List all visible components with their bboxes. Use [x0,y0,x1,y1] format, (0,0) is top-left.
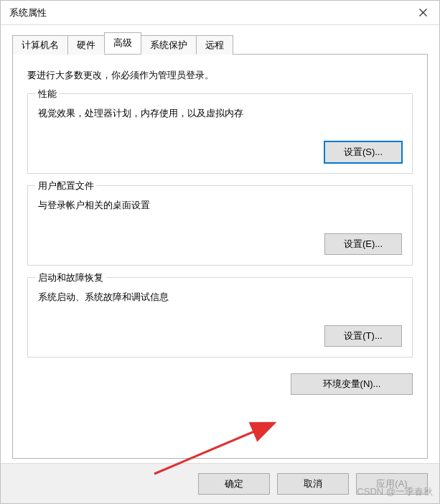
titlebar: 系统属性 [1,1,439,25]
startup-recovery-settings-button[interactable]: 设置(T)... [324,325,402,347]
tab-system-protection[interactable]: 系统保护 [141,35,197,55]
performance-desc: 视觉效果，处理器计划，内存使用，以及虚拟内存 [38,107,402,120]
startup-recovery-legend: 启动和故障恢复 [35,271,106,284]
close-button[interactable] [406,1,439,25]
user-profiles-group: 用户配置文件 与登录帐户相关的桌面设置 设置(E)... [27,185,413,266]
tab-strip: 计算机名 硬件 高级 系统保护 远程 [12,35,428,54]
tab-hardware[interactable]: 硬件 [67,35,105,55]
performance-settings-button[interactable]: 设置(S)... [324,141,402,163]
tab-remote[interactable]: 远程 [196,35,233,55]
tab-advanced[interactable]: 高级 [104,32,141,54]
ok-button[interactable]: 确定 [198,473,270,495]
system-properties-dialog: 系统属性 计算机名 硬件 高级 系统保护 远程 要进行大多数更改，你必须作为管理… [0,0,440,504]
advanced-tab-page: 要进行大多数更改，你必须作为管理员登录。 性能 视觉效果，处理器计划，内存使用，… [12,54,428,459]
apply-button[interactable]: 应用(A) [356,473,428,495]
tab-computer-name[interactable]: 计算机名 [12,35,68,55]
dialog-content: 计算机名 硬件 高级 系统保护 远程 要进行大多数更改，你必须作为管理员登录。 … [1,25,439,463]
dialog-footer: 确定 取消 应用(A) [1,463,439,503]
dialog-title: 系统属性 [9,6,47,19]
performance-legend: 性能 [35,88,60,101]
user-profiles-legend: 用户配置文件 [35,179,97,192]
user-profiles-desc: 与登录帐户相关的桌面设置 [38,199,402,212]
cancel-button[interactable]: 取消 [277,473,349,495]
admin-notice: 要进行大多数更改，你必须作为管理员登录。 [27,69,413,82]
environment-variables-button[interactable]: 环境变量(N)... [291,373,413,395]
startup-recovery-desc: 系统启动、系统故障和调试信息 [38,291,402,304]
close-icon [419,9,427,17]
user-profiles-settings-button[interactable]: 设置(E)... [324,233,402,255]
performance-group: 性能 视觉效果，处理器计划，内存使用，以及虚拟内存 设置(S)... [27,93,413,174]
startup-recovery-group: 启动和故障恢复 系统启动、系统故障和调试信息 设置(T)... [27,277,413,358]
